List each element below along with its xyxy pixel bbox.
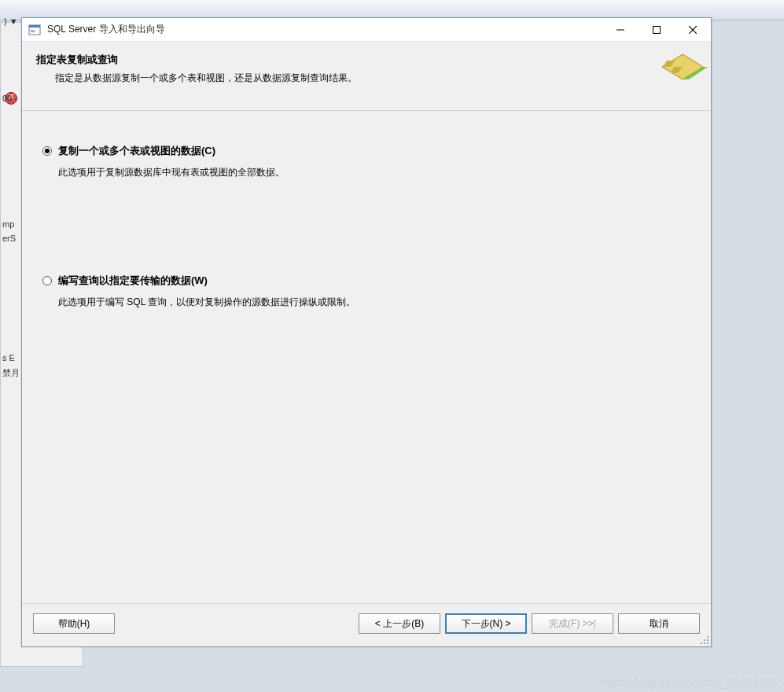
radio-copy-tables[interactable] bbox=[42, 146, 52, 156]
option-description: 此选项用于复制源数据库中现有表或视图的全部数据。 bbox=[58, 166, 690, 179]
next-button[interactable]: 下一步(N) > bbox=[445, 613, 527, 634]
resize-grip[interactable] bbox=[698, 633, 709, 644]
option-write-query: 编写查询以指定要传输的数据(W) 此选项用于编写 SQL 查询，以便对复制操作的… bbox=[42, 274, 690, 309]
bg-frag: erS bbox=[2, 234, 16, 243]
window-title: SQL Server 导入和导出向导 bbox=[47, 23, 602, 36]
page-title: 指定表复制或查询 bbox=[36, 53, 697, 67]
bg-frag: mp bbox=[2, 219, 14, 229]
svg-rect-3 bbox=[31, 31, 35, 32]
option-label[interactable]: 复制一个或多个表或视图的数据(C) bbox=[58, 144, 215, 158]
option-description: 此选项用于编写 SQL 查询，以便对复制操作的源数据进行操纵或限制。 bbox=[58, 296, 690, 309]
close-button[interactable] bbox=[675, 18, 711, 42]
wizard-dialog: SQL Server 导入和导出向导 指定表复制或查询 指定是从数据源复制一个或… bbox=[21, 17, 712, 647]
svg-rect-2 bbox=[31, 30, 34, 31]
svg-rect-1 bbox=[29, 25, 40, 28]
help-button[interactable]: 帮助(H) bbox=[33, 613, 115, 634]
finish-button[interactable]: 完成(F) >>| bbox=[532, 613, 613, 634]
wizard-header: 指定表复制或查询 指定是从数据源复制一个或多个表和视图，还是从数据源复制查询结果… bbox=[22, 42, 711, 111]
bg-frag: ) ▼ bbox=[4, 17, 18, 26]
radio-write-query[interactable] bbox=[42, 276, 52, 285]
option-label[interactable]: 编写查询以指定要传输的数据(W) bbox=[58, 274, 208, 288]
maximize-button[interactable] bbox=[639, 18, 675, 42]
app-icon bbox=[28, 24, 41, 36]
page-subtitle: 指定是从数据源复制一个或多个表和视图，还是从数据源复制查询结果。 bbox=[55, 72, 697, 85]
minimize-button[interactable] bbox=[602, 18, 639, 42]
wizard-content: 复制一个或多个表或视图的数据(C) 此选项用于复制源数据库中现有表或视图的全部数… bbox=[22, 111, 711, 603]
cancel-button[interactable]: 取消 bbox=[618, 613, 700, 634]
wizard-icon bbox=[657, 50, 708, 100]
svg-rect-5 bbox=[653, 26, 661, 33]
wizard-footer: 帮助(H) < 上一步(B) 下一步(N) > 完成(F) >>| 取消 bbox=[22, 603, 711, 646]
titlebar[interactable]: SQL Server 导入和导出向导 bbox=[22, 18, 711, 42]
bg-frag: 禁月 bbox=[2, 367, 20, 379]
bg-frag: s E bbox=[2, 353, 15, 363]
back-button[interactable]: < 上一步(B) bbox=[359, 613, 440, 634]
watermark: https://blog.csdn.net/m0_53493915 bbox=[601, 676, 778, 689]
bg-frag: 00 - bbox=[2, 94, 17, 103]
option-copy-tables: 复制一个或多个表或视图的数据(C) 此选项用于复制源数据库中现有表或视图的全部数… bbox=[42, 144, 690, 179]
